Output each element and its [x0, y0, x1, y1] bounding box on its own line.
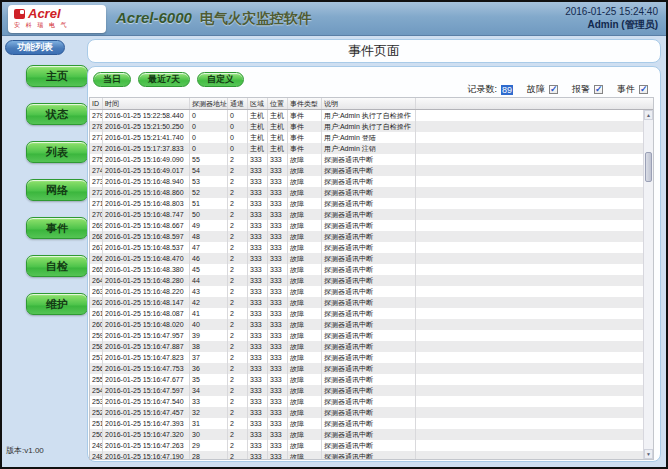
sidebar-item-maintenance[interactable]: 维护	[26, 293, 88, 315]
table-row[interactable]: 2722016-01-25 15:16:48.860522333333故障探测器…	[90, 187, 643, 198]
cell-1: 2016-01-25 15:16:47.823	[103, 352, 190, 363]
sidebar-item-selfcheck[interactable]: 自检	[26, 255, 88, 277]
table-row[interactable]: 2712016-01-25 15:16:48.803512333333故障探测器…	[90, 198, 643, 209]
cell-3: 2	[228, 264, 248, 275]
cell-4: 333	[248, 231, 268, 242]
type-filter-label-event: 事件	[617, 83, 635, 96]
table-row[interactable]: 2692016-01-25 15:16:48.667492333333故障探测器…	[90, 220, 643, 231]
cell-7: 探测器通讯中断	[322, 275, 416, 286]
table-row[interactable]: 2542016-01-25 15:16:47.597342333333故障探测器…	[90, 385, 643, 396]
cell-filler	[416, 440, 643, 451]
table-scrollbar[interactable]: ▲ ▼	[643, 110, 653, 459]
cell-4: 333	[248, 396, 268, 407]
table-row[interactable]: 2772016-01-25 15:21:41.74000主机主机事件用户:Adm…	[90, 132, 643, 143]
cell-4: 主机	[248, 110, 268, 121]
table-row[interactable]: 2642016-01-25 15:16:48.280442333333故障探测器…	[90, 275, 643, 286]
cell-6: 故障	[288, 308, 322, 319]
type-filter-alarm: 报警	[572, 83, 603, 96]
filter-button-today[interactable]: 当日	[93, 72, 131, 87]
table-row[interactable]: 2652016-01-25 15:16:48.380452333333故障探测器…	[90, 264, 643, 275]
cell-0: 251	[90, 418, 103, 429]
table-row[interactable]: 2622016-01-25 15:16:48.147422333333故障探测器…	[90, 297, 643, 308]
cell-6: 故障	[288, 187, 322, 198]
cell-4: 333	[248, 165, 268, 176]
table-row[interactable]: 2632016-01-25 15:16:48.220432333333故障探测器…	[90, 286, 643, 297]
column-header-3[interactable]: 通道	[228, 98, 248, 109]
table-body: 2792016-01-25 15:22:58.44000主机主机事件用户:Adm…	[90, 110, 643, 459]
cell-5: 333	[268, 154, 288, 165]
page-title: 事件页面	[88, 40, 660, 62]
column-header-6[interactable]: 事件类型	[288, 98, 322, 109]
cell-1: 2016-01-25 15:16:48.667	[103, 220, 190, 231]
table-row[interactable]: 2682016-01-25 15:16:48.597482333333故障探测器…	[90, 231, 643, 242]
table-row[interactable]: 2562016-01-25 15:16:47.753362333333故障探测器…	[90, 363, 643, 374]
scroll-up-icon[interactable]: ▲	[644, 110, 653, 120]
table-row[interactable]: 2592016-01-25 15:16:47.957392333333故障探测器…	[90, 330, 643, 341]
table-row[interactable]: 2552016-01-25 15:16:47.677352333333故障探测器…	[90, 374, 643, 385]
table-row[interactable]: 2752016-01-25 15:16:49.090552333333故障探测器…	[90, 154, 643, 165]
column-header-0[interactable]: ID	[90, 98, 103, 109]
cell-7: 探测器通讯中断	[322, 209, 416, 220]
sidebar-item-events[interactable]: 事件	[26, 217, 88, 239]
scrollbar-thumb[interactable]	[645, 152, 652, 182]
content-panel: 当日最近7天自定义 记录数:89 故障报警事件 ID时间探测器地址通道区域位置事…	[87, 66, 661, 462]
cell-7: 探测器通讯中断	[322, 407, 416, 418]
cell-7: 探测器通讯中断	[322, 264, 416, 275]
column-header-4[interactable]: 区域	[248, 98, 268, 109]
cell-filler	[416, 165, 643, 176]
cell-6: 故障	[288, 407, 322, 418]
table-row[interactable]: 2762016-01-25 15:17:37.83300主机主机事件用户:Adm…	[90, 143, 643, 154]
table-row[interactable]: 2782016-01-25 15:21:50.25000主机主机事件用户:Adm…	[90, 121, 643, 132]
table-row[interactable]: 2572016-01-25 15:16:47.823372333333故障探测器…	[90, 352, 643, 363]
table-row[interactable]: 2732016-01-25 15:16:48.940532333333故障探测器…	[90, 176, 643, 187]
type-filter-label-alarm: 报警	[572, 83, 590, 96]
table-row[interactable]: 2522016-01-25 15:16:47.457322333333故障探测器…	[90, 407, 643, 418]
table-row[interactable]: 2702016-01-25 15:16:48.747502333333故障探测器…	[90, 209, 643, 220]
column-header-2[interactable]: 探测器地址	[190, 98, 228, 109]
column-header-7[interactable]: 说明	[322, 98, 416, 109]
table-row[interactable]: 2612016-01-25 15:16:48.087412333333故障探测器…	[90, 308, 643, 319]
column-header-5[interactable]: 位置	[268, 98, 288, 109]
cell-3: 2	[228, 308, 248, 319]
filter-button-last7days[interactable]: 最近7天	[138, 72, 190, 87]
cell-2: 47	[190, 242, 228, 253]
column-header-1[interactable]: 时间	[103, 98, 190, 109]
cell-3: 2	[228, 154, 248, 165]
cell-filler	[416, 132, 643, 143]
table-row[interactable]: 2742016-01-25 15:16:49.017542333333故障探测器…	[90, 165, 643, 176]
cell-2: 48	[190, 231, 228, 242]
table-row[interactable]: 2492016-01-25 15:16:47.263292333333故障探测器…	[90, 440, 643, 451]
cell-6: 故障	[288, 198, 322, 209]
checkbox-fault[interactable]	[549, 85, 558, 94]
table-row[interactable]: 2662016-01-25 15:16:48.470462333333故障探测器…	[90, 253, 643, 264]
sidebar-item-network[interactable]: 网络	[26, 179, 88, 201]
cell-3: 2	[228, 275, 248, 286]
sidebar-item-list[interactable]: 列表	[26, 141, 88, 163]
table-row[interactable]: 2532016-01-25 15:16:47.540332333333故障探测器…	[90, 396, 643, 407]
cell-1: 2016-01-25 15:16:48.020	[103, 319, 190, 330]
filter-button-custom[interactable]: 自定义	[197, 72, 244, 87]
cell-2: 53	[190, 176, 228, 187]
table-row[interactable]: 2792016-01-25 15:22:58.44000主机主机事件用户:Adm…	[90, 110, 643, 121]
table-row[interactable]: 2512016-01-25 15:16:47.393312333333故障探测器…	[90, 418, 643, 429]
scroll-down-icon[interactable]: ▼	[644, 449, 653, 459]
checkbox-alarm[interactable]	[594, 85, 603, 94]
cell-6: 故障	[288, 363, 322, 374]
cell-3: 2	[228, 363, 248, 374]
table-row[interactable]: 2582016-01-25 15:16:47.887382333333故障探测器…	[90, 341, 643, 352]
cell-6: 故障	[288, 264, 322, 275]
table-row[interactable]: 2482016-01-25 15:16:47.190282333333故障探测器…	[90, 451, 643, 459]
cell-5: 333	[268, 286, 288, 297]
table-row[interactable]: 2672016-01-25 15:16:48.537472333333故障探测器…	[90, 242, 643, 253]
cell-5: 333	[268, 297, 288, 308]
table-row[interactable]: 2502016-01-25 15:16:47.320302333333故障探测器…	[90, 429, 643, 440]
checkbox-event[interactable]	[639, 85, 648, 94]
cell-7: 探测器通讯中断	[322, 330, 416, 341]
sidebar-item-status[interactable]: 状态	[26, 103, 88, 125]
cell-7: 探测器通讯中断	[322, 286, 416, 297]
type-filter-label-fault: 故障	[527, 83, 545, 96]
table-row[interactable]: 2602016-01-25 15:16:48.020402333333故障探测器…	[90, 319, 643, 330]
sidebar-item-home[interactable]: 主页	[26, 65, 88, 87]
cell-6: 故障	[288, 286, 322, 297]
cell-filler	[416, 396, 643, 407]
